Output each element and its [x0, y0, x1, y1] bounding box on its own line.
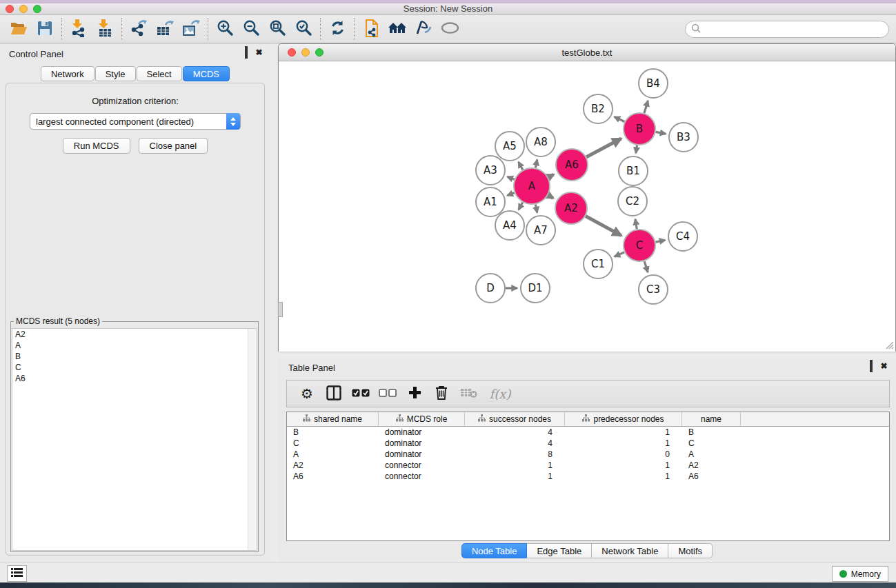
column-header-shared-name[interactable]: shared name [287, 412, 379, 426]
edge-C-C4[interactable] [656, 240, 666, 242]
refresh-layout-button[interactable] [324, 17, 350, 41]
import-table-button[interactable] [92, 17, 118, 41]
edge-A-A2[interactable] [548, 195, 553, 198]
table-row[interactable]: Bdominator41B [287, 427, 889, 438]
cell-MCDS-role[interactable]: connector [379, 471, 465, 482]
edge-A-A4[interactable] [519, 203, 523, 210]
memory-button[interactable]: Memory [832, 566, 888, 582]
node-B1[interactable]: B1 [619, 156, 648, 185]
zoom-in-button[interactable] [212, 17, 238, 41]
table-row[interactable]: Cdominator41C [287, 438, 889, 449]
mcds-result-list[interactable]: A2ABCA6 [12, 328, 257, 551]
node-A1[interactable]: A1 [476, 187, 505, 216]
cell-shared-name[interactable]: A [287, 449, 379, 460]
column-layout-button[interactable] [323, 383, 344, 404]
node-C[interactable]: C [624, 230, 655, 261]
search-input[interactable] [701, 23, 888, 37]
edge-C-C2[interactable] [635, 219, 637, 229]
edge-A-A1[interactable] [507, 193, 514, 196]
node-C1[interactable]: C1 [584, 250, 613, 278]
tab-network[interactable]: Network [41, 66, 94, 81]
result-scrollbar[interactable] [248, 329, 257, 550]
node-A3[interactable]: A3 [476, 156, 505, 185]
cell-name[interactable]: B [682, 427, 741, 438]
zoom-selected-button[interactable] [290, 17, 317, 41]
node-table[interactable]: shared nameMCDS rolesuccessor nodesprede… [286, 412, 890, 541]
node-A6[interactable]: A6 [556, 149, 588, 181]
node-C4[interactable]: C4 [668, 222, 697, 251]
cell-successor-nodes[interactable]: 4 [465, 438, 565, 449]
export-image-button[interactable] [178, 17, 204, 41]
export-network-button[interactable] [126, 17, 152, 41]
tab-mcds[interactable]: MCDS [183, 66, 230, 81]
network-canvas[interactable]: B4B2BB3A5A8A6B1A3AA1C2A2A4A7C4CC1C3DD1 [279, 61, 895, 352]
split-pane-handle[interactable] [278, 302, 283, 317]
cell-successor-nodes[interactable]: 1 [465, 471, 565, 482]
table-row[interactable]: Adominator80A [287, 449, 889, 460]
edge-B-B3[interactable] [656, 132, 666, 134]
column-header-predecessor-nodes[interactable]: predecessor nodes [565, 412, 682, 426]
node-A5[interactable]: A5 [495, 132, 524, 161]
cell-MCDS-role[interactable]: dominator [379, 449, 465, 460]
result-item[interactable]: B [12, 351, 257, 362]
result-item[interactable]: C [12, 362, 257, 373]
table-row[interactable]: A2connector11A2 [287, 460, 889, 471]
cell-shared-name[interactable]: B [287, 427, 379, 438]
tab-edge-table[interactable]: Edge Table [527, 543, 592, 558]
node-A[interactable]: A [514, 168, 550, 204]
cell-shared-name[interactable]: A6 [287, 471, 379, 482]
tab-select[interactable]: Select [137, 66, 182, 81]
show-hide-button[interactable] [437, 17, 463, 41]
task-history-button[interactable] [7, 565, 27, 582]
edge-A-A3[interactable] [507, 176, 514, 179]
network-file-button[interactable] [358, 17, 384, 41]
zoom-out-button[interactable] [238, 17, 264, 41]
cell-shared-name[interactable]: C [287, 438, 379, 449]
result-item[interactable]: A2 [12, 329, 257, 340]
node-C2[interactable]: C2 [618, 187, 647, 216]
deselect-all-button[interactable] [377, 383, 398, 404]
float-panel-button[interactable] [241, 49, 250, 58]
node-B3[interactable]: B3 [669, 123, 698, 152]
edge-B-B4[interactable] [644, 101, 648, 113]
cell-predecessor-nodes[interactable]: 1 [565, 460, 682, 471]
import-network-button[interactable] [66, 17, 92, 41]
home-button[interactable] [384, 17, 410, 41]
node-B2[interactable]: B2 [584, 94, 613, 123]
cell-predecessor-nodes[interactable]: 1 [565, 471, 682, 482]
edge-A6-B[interactable] [586, 139, 621, 157]
node-A4[interactable]: A4 [495, 211, 524, 240]
edge-A-A5[interactable] [519, 162, 523, 170]
result-item[interactable]: A [12, 340, 257, 351]
node-A2[interactable]: A2 [555, 192, 587, 224]
tab-network-table[interactable]: Network Table [592, 543, 668, 558]
optimization-criterion-select[interactable]: largest connected component (directed) [30, 113, 241, 130]
cell-MCDS-role[interactable]: connector [379, 460, 465, 471]
cell-shared-name[interactable]: A2 [287, 460, 379, 471]
open-session-button[interactable] [6, 17, 32, 41]
cell-predecessor-nodes[interactable]: 1 [565, 427, 682, 438]
cell-name[interactable]: C [682, 438, 741, 449]
resize-grip-icon[interactable] [884, 340, 894, 349]
node-A7[interactable]: A7 [526, 216, 555, 245]
table-row[interactable]: A6connector11A6 [287, 471, 889, 482]
edge-B-B1[interactable] [636, 145, 637, 153]
delete-column-button[interactable] [431, 383, 452, 404]
column-header-successor-nodes[interactable]: successor nodes [465, 412, 565, 426]
delete-table-button[interactable] [458, 383, 479, 404]
node-A8[interactable]: A8 [526, 128, 555, 156]
edge-B-B2[interactable] [615, 116, 625, 121]
node-B[interactable]: B [624, 113, 655, 145]
close-panel-action-button[interactable]: Close panel [139, 138, 208, 154]
zoom-fit-button[interactable] [264, 17, 290, 41]
cell-MCDS-role[interactable]: dominator [379, 427, 465, 438]
close-panel-button[interactable]: ✖ [255, 49, 263, 58]
add-column-button[interactable] [404, 383, 425, 404]
edge-A-A7[interactable] [535, 204, 537, 212]
cell-name[interactable]: A2 [682, 460, 741, 471]
tab-node-table[interactable]: Node Table [461, 543, 528, 558]
edge-C-C3[interactable] [644, 261, 648, 272]
node-D[interactable]: D [476, 274, 505, 303]
cell-name[interactable]: A6 [682, 471, 741, 482]
select-all-button[interactable] [350, 383, 371, 404]
